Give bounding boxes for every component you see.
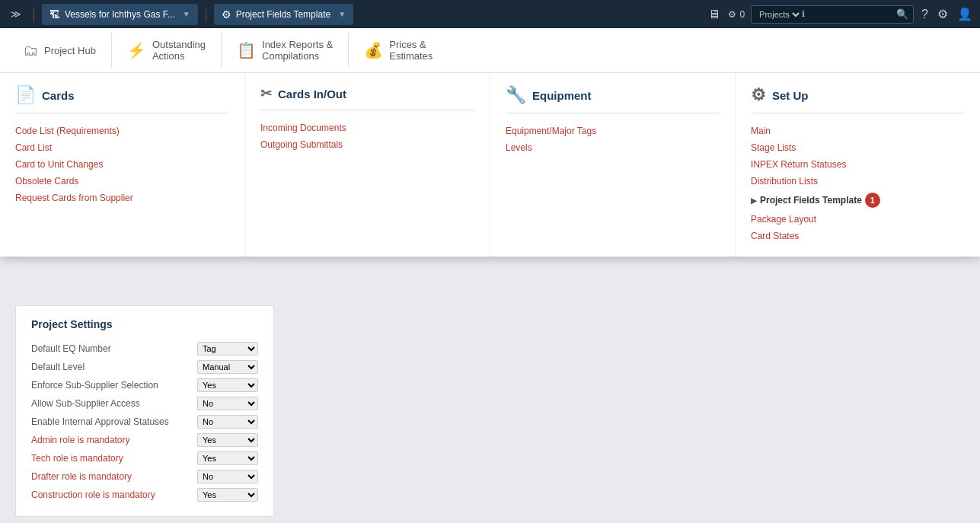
project-tab-label: Vessels for Ichthys Gas F...: [65, 9, 175, 20]
approval-label: Enable Internal Approval Statuses: [31, 416, 197, 427]
user-icon[interactable]: 👤: [956, 5, 974, 23]
setup-col-label: Set Up: [772, 89, 809, 102]
settings-row-level: Default Level Manual: [31, 358, 258, 376]
template-tab-label: Project Fields Template: [236, 9, 331, 20]
settings-icon: ⚙: [728, 9, 736, 20]
dropdown-columns: 📄 Cards Code List (Requirements) Card Li…: [0, 73, 980, 257]
project-hub-label: Project Hub: [44, 45, 96, 56]
main-background: Project Settings Default EQ Number Tag D…: [0, 290, 980, 523]
obsolete-cards-link[interactable]: Obsolete Cards: [15, 173, 229, 190]
access-select[interactable]: No: [197, 397, 258, 410]
project-settings-title: Project Settings: [31, 318, 258, 330]
setup-col-icon: ⚙: [751, 85, 766, 105]
approval-select[interactable]: No: [197, 415, 258, 429]
help-icon[interactable]: ?: [920, 6, 930, 23]
search-box[interactable]: Projects ℹ 🔍: [751, 5, 914, 24]
app-logo[interactable]: ≫: [6, 8, 26, 20]
dropdown-prices[interactable]: 💰 Prices &Estimates: [349, 33, 448, 68]
cards-inout-icon: ✂: [260, 85, 272, 102]
level-label: Default Level: [31, 362, 197, 372]
levels-link[interactable]: Levels: [506, 139, 720, 156]
card-list-link[interactable]: Card List: [15, 139, 229, 156]
admin-select[interactable]: Yes: [197, 433, 258, 447]
tech-select[interactable]: Yes: [197, 451, 258, 465]
dropdown-project-hub[interactable]: 🗂 Project Hub: [8, 33, 112, 68]
settings-row-eq: Default EQ Number Tag: [31, 340, 258, 358]
settings-row-approval: Enable Internal Approval Statuses No: [31, 413, 258, 431]
settings-badge[interactable]: ⚙ 0: [728, 9, 745, 20]
project-settings-card: Project Settings Default EQ Number Tag D…: [15, 305, 274, 517]
tech-label: Tech role is mandatory: [31, 453, 197, 464]
gear-icon[interactable]: ⚙: [936, 5, 950, 23]
dropdown-menu: 🗂 Project Hub ⚡ OutstandingActions 📋 Ind…: [0, 28, 980, 257]
inpex-link[interactable]: INPEX Return Statuses: [751, 156, 965, 173]
cards-col-label: Cards: [42, 89, 75, 102]
setup-column: ⚙ Set Up Main Stage Lists INPEX Return S…: [736, 73, 980, 257]
code-list-link[interactable]: Code List (Requirements): [15, 123, 229, 139]
settings-count: 0: [739, 9, 745, 20]
nav-divider-2: [206, 7, 206, 22]
cards-inout-label: Cards In/Out: [278, 88, 346, 100]
monitor-icon[interactable]: 🖥: [707, 6, 722, 23]
card-to-unit-link[interactable]: Card to Unit Changes: [15, 156, 229, 173]
drafter-label: Drafter role is mandatory: [31, 471, 197, 482]
logo-icon: ≫: [11, 8, 21, 20]
project-tab-icon: 🏗: [49, 8, 60, 21]
drafter-select[interactable]: No: [197, 470, 258, 483]
stage-lists-link[interactable]: Stage Lists: [751, 139, 965, 156]
admin-label: Admin role is mandatory: [31, 435, 197, 445]
cards-header: 📄 Cards: [15, 85, 229, 113]
outstanding-icon: ⚡: [127, 41, 146, 59]
search-scope-select[interactable]: Projects: [756, 9, 802, 20]
prices-icon: 💰: [364, 41, 383, 59]
settings-row-access: Allow Sub-Supplier Access No: [31, 394, 258, 413]
project-tab[interactable]: 🏗 Vessels for Ichthys Gas F... ▼: [42, 4, 198, 25]
access-label: Allow Sub-Supplier Access: [31, 398, 197, 409]
cards-inout-header: ✂ Cards In/Out: [260, 85, 474, 110]
card-states-link[interactable]: Card States: [751, 228, 965, 244]
template-tab[interactable]: ⚙ Project Fields Template ▼: [214, 4, 353, 25]
level-select[interactable]: Manual: [197, 360, 258, 374]
equipment-label: Equipment: [532, 89, 592, 102]
active-link-text: Project Fields Template: [760, 195, 862, 206]
equipment-icon: 🔧: [506, 85, 526, 105]
package-layout-link[interactable]: Package Layout: [751, 211, 965, 228]
settings-row-tech: Tech role is mandatory Yes: [31, 449, 258, 467]
index-label: Index Reports &Compilations: [262, 39, 333, 62]
equipment-header: 🔧 Equipment: [506, 85, 720, 113]
project-hub-icon: 🗂: [23, 42, 38, 59]
prices-label: Prices &Estimates: [389, 39, 433, 62]
setup-col-header: ⚙ Set Up: [751, 85, 965, 113]
template-tab-icon: ⚙: [222, 8, 231, 21]
search-icon[interactable]: 🔍: [896, 8, 908, 20]
settings-row-admin: Admin role is mandatory Yes: [31, 431, 258, 449]
distribution-lists-link[interactable]: Distribution Lists: [751, 173, 965, 190]
supplier-label: Enforce Sub-Supplier Selection: [31, 380, 197, 391]
template-tab-chevron: ▼: [338, 10, 346, 18]
eq-label: Default EQ Number: [31, 343, 197, 354]
equipment-tags-link[interactable]: Equipment/Major Tags: [506, 123, 720, 139]
eq-select[interactable]: Tag: [197, 342, 258, 356]
cards-column: 📄 Cards Code List (Requirements) Card Li…: [0, 73, 245, 257]
top-navigation: ≫ 🏗 Vessels for Ichthys Gas F... ▼ ⚙ Pro…: [0, 0, 980, 28]
dropdown-index-reports[interactable]: 📋 Index Reports &Compilations: [222, 33, 349, 68]
project-tab-chevron: ▼: [183, 10, 190, 18]
settings-row-drafter: Drafter role is mandatory No: [31, 467, 258, 486]
equipment-column: 🔧 Equipment Equipment/Major Tags Levels: [490, 73, 736, 257]
dropdown-top-row: 🗂 Project Hub ⚡ OutstandingActions 📋 Ind…: [0, 28, 980, 73]
cards-col-icon: 📄: [15, 85, 36, 105]
incoming-docs-link[interactable]: Incoming Documents: [260, 120, 474, 136]
construction-select[interactable]: Yes: [197, 488, 258, 502]
supplier-select[interactable]: Yes: [197, 378, 258, 392]
outstanding-label: OutstandingActions: [152, 39, 206, 62]
cards-inout-column: ✂ Cards In/Out Incoming Documents Outgoi…: [245, 73, 490, 257]
request-cards-link[interactable]: Request Cards from Supplier: [15, 190, 229, 206]
dropdown-outstanding-actions[interactable]: ⚡ OutstandingActions: [112, 33, 222, 68]
settings-row-supplier: Enforce Sub-Supplier Selection Yes: [31, 376, 258, 394]
search-input[interactable]: [805, 10, 896, 19]
project-fields-template-link[interactable]: Project Fields Template 1: [751, 190, 965, 211]
main-link[interactable]: Main: [751, 123, 965, 139]
nav-right-actions: 🖥 ⚙ 0 Projects ℹ 🔍 ? ⚙ 👤: [707, 5, 974, 24]
nav-divider: [34, 7, 34, 22]
outgoing-submittals-link[interactable]: Outgoing Submittals: [260, 136, 474, 153]
